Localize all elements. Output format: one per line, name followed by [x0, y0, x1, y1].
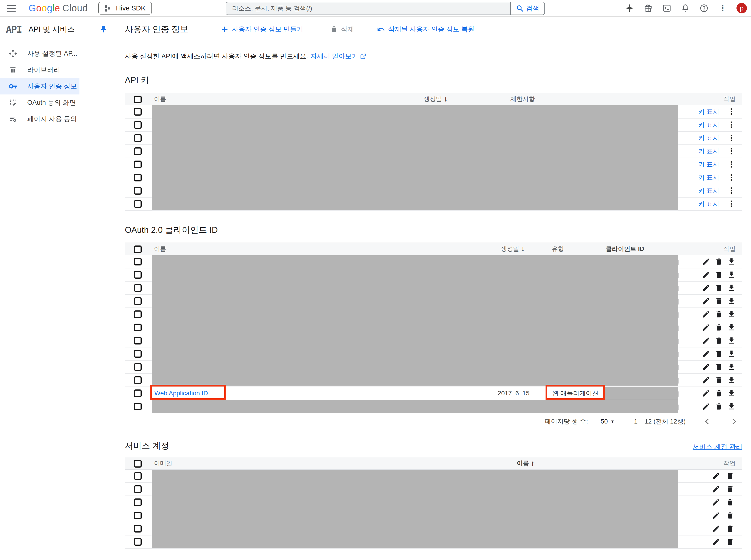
google-cloud-logo[interactable]: Google Cloud [28, 3, 88, 14]
sidebar-item-library[interactable]: 라이브러리 [0, 62, 79, 78]
edit-icon[interactable] [702, 257, 711, 266]
gemini-sparkle-icon[interactable] [625, 3, 634, 13]
edit-icon[interactable] [702, 297, 711, 306]
delete-icon[interactable] [714, 310, 723, 319]
column-header-created[interactable]: 생성일 ↓ [424, 95, 447, 103]
row-checkbox[interactable] [134, 147, 142, 155]
download-icon[interactable] [727, 283, 736, 293]
previous-page-icon[interactable] [703, 417, 712, 426]
row-checkbox[interactable] [134, 311, 142, 318]
delete-icon[interactable] [726, 537, 735, 546]
row-checkbox[interactable] [134, 376, 142, 384]
rows-per-page-select[interactable]: 50 ▼ [601, 418, 614, 425]
row-checkbox[interactable] [134, 134, 142, 142]
delete-button[interactable]: 삭제 [330, 25, 354, 34]
help-icon[interactable] [699, 3, 709, 13]
edit-icon[interactable] [711, 537, 720, 546]
show-key-link[interactable]: 키 표시 [698, 107, 719, 116]
edit-icon[interactable] [702, 270, 711, 279]
delete-icon[interactable] [714, 376, 723, 385]
delete-icon[interactable] [726, 524, 735, 533]
delete-icon[interactable] [714, 297, 723, 306]
delete-icon[interactable] [714, 389, 723, 398]
edit-icon[interactable] [702, 376, 711, 385]
restore-credentials-button[interactable]: 삭제된 사용자 인증 정보 복원 [377, 25, 474, 34]
row-checkbox[interactable] [134, 389, 142, 397]
download-icon[interactable] [727, 376, 736, 385]
delete-icon[interactable] [714, 283, 723, 293]
row-checkbox[interactable] [134, 187, 142, 195]
row-checkbox[interactable] [134, 271, 142, 279]
delete-icon[interactable] [714, 402, 723, 411]
row-more-vertical-icon[interactable]: ⋮ [727, 174, 735, 182]
edit-icon[interactable] [711, 472, 720, 481]
row-more-vertical-icon[interactable]: ⋮ [727, 121, 735, 129]
sidebar-item-enabled-apis[interactable]: 사용 설정된 AP... [0, 45, 79, 62]
edit-icon[interactable] [711, 485, 720, 494]
delete-icon[interactable] [714, 270, 723, 279]
sidebar-item-page-agreements[interactable]: 페이지 사용 동의 [0, 111, 79, 127]
show-key-link[interactable]: 키 표시 [698, 147, 719, 156]
download-icon[interactable] [727, 270, 736, 279]
download-icon[interactable] [727, 336, 736, 345]
show-key-link[interactable]: 키 표시 [698, 186, 719, 195]
row-more-vertical-icon[interactable]: ⋮ [727, 134, 735, 142]
row-checkbox[interactable] [134, 161, 142, 168]
download-icon[interactable] [727, 402, 736, 411]
edit-icon[interactable] [711, 511, 720, 520]
row-checkbox[interactable] [134, 337, 142, 344]
notifications-bell-icon[interactable] [681, 3, 690, 13]
edit-icon[interactable] [702, 283, 711, 293]
delete-icon[interactable] [726, 485, 735, 494]
sidebar-item-oauth-consent[interactable]: OAuth 동의 화면 [0, 95, 79, 111]
row-checkbox[interactable] [134, 258, 142, 265]
row-more-vertical-icon[interactable]: ⋮ [727, 187, 735, 195]
download-icon[interactable] [727, 310, 736, 319]
download-icon[interactable] [727, 349, 736, 358]
show-key-link[interactable]: 키 표시 [698, 173, 719, 182]
client-name-link[interactable]: Web Application ID [155, 390, 208, 397]
row-more-vertical-icon[interactable]: ⋮ [727, 108, 735, 116]
row-more-vertical-icon[interactable]: ⋮ [727, 160, 735, 168]
row-checkbox[interactable] [134, 512, 142, 519]
download-icon[interactable] [727, 297, 736, 306]
select-all-checkbox[interactable] [134, 460, 142, 467]
edit-icon[interactable] [702, 323, 711, 332]
row-checkbox[interactable] [134, 324, 142, 331]
column-header-name[interactable]: 이름 ↑ [517, 459, 534, 467]
delete-icon[interactable] [714, 323, 723, 332]
download-icon[interactable] [727, 323, 736, 332]
create-credentials-button[interactable]: 사용자 인증 정보 만들기 [221, 25, 303, 34]
row-checkbox[interactable] [134, 363, 142, 371]
project-selector[interactable]: Hive SDK [98, 2, 152, 15]
delete-icon[interactable] [714, 362, 723, 372]
column-header-created[interactable]: 생성일 ↓ [501, 245, 525, 253]
show-key-link[interactable]: 키 표시 [698, 134, 719, 142]
more-vertical-icon[interactable]: ⋮ [718, 3, 727, 13]
show-key-link[interactable]: 키 표시 [698, 160, 719, 169]
edit-icon[interactable] [711, 498, 720, 507]
row-checkbox[interactable] [134, 284, 142, 292]
edit-icon[interactable] [702, 336, 711, 345]
download-icon[interactable] [727, 389, 736, 398]
row-checkbox[interactable] [134, 121, 142, 129]
row-more-vertical-icon[interactable]: ⋮ [727, 200, 735, 208]
row-checkbox[interactable] [134, 350, 142, 358]
pin-icon[interactable] [99, 25, 108, 33]
download-icon[interactable] [727, 257, 736, 266]
row-checkbox[interactable] [134, 403, 142, 411]
delete-icon[interactable] [714, 257, 723, 266]
row-checkbox[interactable] [134, 200, 142, 208]
learn-more-link[interactable]: 자세히 알아보기 [310, 52, 366, 61]
edit-icon[interactable] [702, 362, 711, 372]
manage-service-accounts-link[interactable]: 서비스 계정 관리 [693, 442, 743, 452]
row-checkbox[interactable] [134, 108, 142, 116]
menu-icon[interactable] [7, 5, 16, 12]
row-checkbox[interactable] [134, 498, 142, 506]
delete-icon[interactable] [726, 511, 735, 520]
cloud-shell-icon[interactable] [662, 3, 672, 13]
delete-icon[interactable] [714, 349, 723, 358]
search-button[interactable]: 검색 [510, 2, 545, 15]
edit-icon[interactable] [702, 349, 711, 358]
row-checkbox[interactable] [134, 297, 142, 305]
